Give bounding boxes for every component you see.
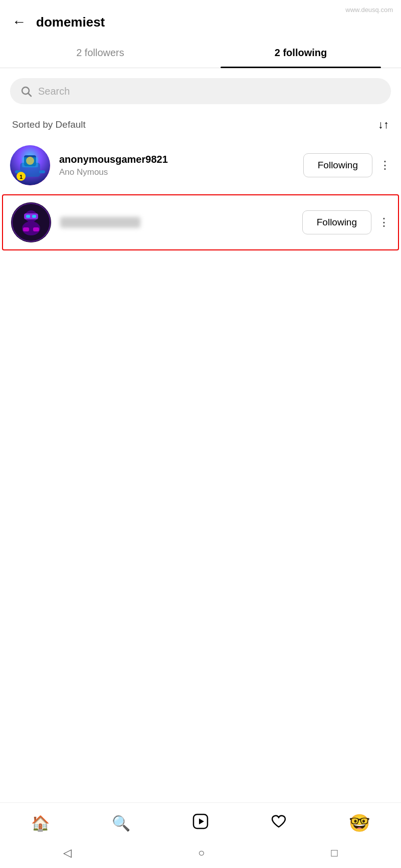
search-container: Search	[0, 68, 401, 109]
username-2-blurred	[60, 217, 140, 228]
svg-rect-14	[26, 215, 30, 218]
system-home-button[interactable]: ○	[198, 846, 205, 859]
tab-followers[interactable]: 2 followers	[0, 38, 200, 68]
sort-icon[interactable]: ↓↑	[378, 118, 389, 131]
watermark: www.deusq.com	[345, 6, 393, 14]
more-options-icon-1[interactable]: ⋮	[379, 159, 391, 172]
header: ← domemiest	[0, 0, 401, 38]
user-item-2: Following ⋮	[2, 194, 399, 250]
system-recents-button[interactable]: □	[331, 846, 338, 859]
following-button-1[interactable]: Following	[303, 153, 372, 177]
displayname-1: Ano Nymous	[59, 167, 303, 177]
user-list: 1 anonymousgamer9821 Ano Nymous Followin…	[0, 136, 401, 250]
avatar-purple-svg	[11, 202, 51, 242]
nav-search[interactable]: 🔍	[112, 814, 130, 832]
svg-line-1	[29, 94, 32, 97]
svg-rect-15	[32, 215, 36, 218]
avatar-user1[interactable]: 1	[10, 145, 50, 185]
home-icon: 🏠	[31, 814, 50, 832]
svg-rect-17	[23, 227, 29, 231]
user-item-1: 1 anonymousgamer9821 Ano Nymous Followin…	[0, 136, 401, 194]
following-button-2[interactable]: Following	[302, 210, 371, 234]
svg-rect-18	[33, 227, 39, 231]
search-nav-icon: 🔍	[112, 814, 130, 832]
avatar-user2[interactable]	[11, 202, 51, 242]
reels-icon	[192, 813, 209, 833]
avatar-gamer-svg: 1	[10, 145, 50, 185]
nav-reels[interactable]	[192, 813, 209, 833]
tab-following[interactable]: 2 following	[200, 38, 401, 68]
user-info-1: anonymousgamer9821 Ano Nymous	[59, 154, 303, 177]
svg-text:1: 1	[20, 174, 23, 180]
system-back-button[interactable]: ◁	[63, 846, 72, 859]
system-nav: ◁ ○ □	[0, 838, 401, 868]
nav-home[interactable]: 🏠	[31, 814, 50, 832]
search-bar[interactable]: Search	[10, 78, 391, 104]
username-1: anonymousgamer9821	[59, 154, 303, 165]
bottom-nav: 🏠 🔍 🤓	[0, 802, 401, 838]
user-info-2	[60, 217, 302, 228]
sort-label: Sorted by Default	[12, 119, 86, 130]
nav-profile[interactable]: 🤓	[349, 813, 370, 833]
sort-row: Sorted by Default ↓↑	[0, 109, 401, 136]
nav-likes[interactable]	[271, 813, 287, 833]
page-title: domemiest	[36, 15, 105, 30]
tabs-container: 2 followers 2 following	[0, 38, 401, 68]
back-button[interactable]: ←	[12, 14, 26, 30]
svg-marker-21	[199, 818, 204, 824]
search-icon	[20, 85, 32, 97]
svg-rect-7	[39, 170, 45, 173]
svg-rect-10	[22, 157, 38, 167]
heart-icon	[271, 813, 287, 833]
search-input[interactable]: Search	[38, 86, 70, 97]
more-options-icon-2[interactable]: ⋮	[378, 216, 390, 229]
profile-icon: 🤓	[349, 813, 370, 833]
